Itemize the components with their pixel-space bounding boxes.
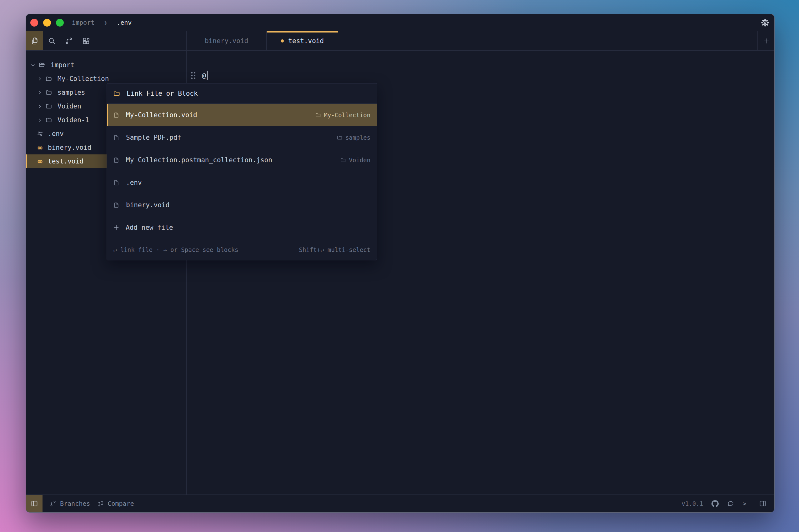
compare-icon — [97, 500, 104, 507]
popup-item-name: Sample PDF.pdf — [126, 134, 181, 141]
traffic-lights — [30, 19, 64, 26]
tab-label: test.void — [288, 37, 324, 45]
popup-item-binery-void[interactable]: binery.void — [107, 194, 377, 216]
tree-item-label: My-Collection — [58, 75, 109, 82]
search-view-button[interactable] — [43, 31, 60, 50]
popup-item-folder-badge: Voiden — [340, 157, 370, 164]
status-bar-right: v1.0.1 >_ — [682, 500, 774, 507]
search-icon — [48, 37, 56, 45]
editor-block-line: @ — [191, 68, 774, 83]
gear-icon[interactable] — [761, 18, 769, 27]
breadcrumb: import ❯ .env — [72, 19, 132, 26]
compare-label: Compare — [108, 500, 134, 507]
popup-footer-hint-right: Shift+↵ multi-select — [299, 246, 370, 253]
status-bar: Branches Compare v1.0.1 — [26, 494, 774, 512]
tree-item-import[interactable]: import — [26, 58, 186, 72]
popup-add-new-label: Add new file — [126, 224, 173, 231]
tree-item-label: Voiden-1 — [58, 116, 89, 124]
typed-text: @ — [202, 72, 206, 79]
files-icon — [31, 37, 39, 45]
popup-item-name: binery.void — [126, 201, 169, 209]
files-view-button[interactable] — [26, 31, 43, 50]
tab-test-void[interactable]: test.void — [267, 31, 338, 50]
popup-title: Link File or Block — [127, 90, 198, 97]
file-icon — [113, 112, 120, 118]
panel-left-icon — [31, 500, 38, 507]
new-tab-button[interactable] — [757, 31, 774, 50]
title-bar: import ❯ .env — [26, 14, 774, 31]
panel-right-icon[interactable] — [759, 500, 766, 507]
popup-item-postman-collection[interactable]: My Collection.postman_collection.json Vo… — [107, 149, 377, 171]
popup-item-folder-badge: samples — [337, 134, 370, 141]
popup-add-new-file[interactable]: Add new file — [107, 216, 377, 239]
folder-open-icon — [38, 61, 45, 69]
infinity-icon: ∞ — [37, 157, 43, 165]
blocks-icon — [82, 37, 90, 45]
tree-item-label: binery.void — [48, 144, 91, 151]
popup-item-name: .env — [126, 179, 142, 186]
breadcrumb-folder[interactable]: import — [72, 19, 94, 26]
folder-icon — [45, 89, 52, 96]
blocks-view-button[interactable] — [77, 31, 95, 50]
folder-icon — [315, 112, 321, 118]
chevron-right-icon — [37, 76, 43, 81]
folder-icon — [45, 103, 52, 110]
popup-footer: ↵ link file · → or Space see blocks Shif… — [107, 239, 377, 260]
zoom-button[interactable] — [56, 19, 64, 26]
tree-item-label: Voiden — [58, 102, 81, 110]
source-control-view-button[interactable] — [60, 31, 77, 50]
tab-bar: binery.void test.void — [187, 31, 774, 50]
drag-handle-icon[interactable] — [191, 72, 195, 79]
tab-strip-spacer — [338, 31, 757, 50]
chat-bubble-icon[interactable] — [727, 500, 734, 507]
toggle-sidebar-button[interactable] — [26, 495, 42, 512]
folder-icon — [45, 117, 52, 124]
popup-item-folder: samples — [345, 134, 370, 141]
tab-binery-void[interactable]: binery.void — [187, 31, 267, 50]
folder-icon — [340, 157, 346, 163]
tree-item-label: samples — [58, 89, 85, 96]
terminal-icon[interactable]: >_ — [743, 500, 750, 507]
chevron-right-icon — [37, 104, 43, 109]
sliders-icon — [37, 130, 43, 137]
popup-item-name: My-Collection.void — [126, 111, 197, 119]
popup-item-sample-pdf[interactable]: Sample PDF.pdf samples — [107, 126, 377, 149]
file-icon — [113, 202, 120, 208]
git-branch-icon — [65, 37, 73, 45]
folder-icon — [113, 90, 120, 97]
plus-icon — [113, 224, 119, 231]
popup-item-folder: Voiden — [349, 157, 370, 164]
popup-item-my-collection-void[interactable]: My-Collection.void My-Collection — [107, 104, 377, 126]
minimize-button[interactable] — [43, 19, 51, 26]
tree-item-label: .env — [48, 130, 64, 137]
file-icon — [113, 157, 120, 164]
dirty-dot-icon — [281, 39, 284, 42]
breadcrumb-chevron-icon: ❯ — [104, 19, 107, 26]
github-icon[interactable] — [711, 500, 719, 507]
breadcrumb-file[interactable]: .env — [117, 19, 132, 26]
popup-footer-hint-left: ↵ link file · → or Space see blocks — [113, 246, 238, 253]
version-label: v1.0.1 — [682, 500, 703, 507]
chevron-right-icon — [37, 117, 43, 123]
nav-row: binery.void test.void — [26, 31, 774, 51]
infinity-icon: ∞ — [37, 144, 43, 152]
compare-button[interactable]: Compare — [97, 500, 134, 507]
popup-item-env[interactable]: .env — [107, 171, 377, 194]
activity-bar — [26, 31, 187, 50]
folder-icon — [337, 135, 343, 141]
file-icon — [113, 134, 120, 141]
popup-header: Link File or Block — [107, 83, 377, 104]
tree-item-label: test.void — [48, 157, 83, 165]
text-caret — [207, 71, 208, 80]
popup-item-name: My Collection.postman_collection.json — [126, 156, 272, 164]
popup-item-folder-badge: My-Collection — [315, 112, 370, 118]
popup-item-folder: My-Collection — [324, 112, 370, 118]
close-button[interactable] — [30, 19, 38, 26]
chevron-down-icon — [30, 62, 36, 68]
git-branch-icon — [50, 500, 57, 507]
plus-icon — [763, 38, 769, 44]
tab-label: binery.void — [205, 37, 248, 45]
folder-icon — [45, 75, 52, 82]
tree-item-label: import — [51, 61, 74, 69]
branches-button[interactable]: Branches — [50, 500, 90, 507]
